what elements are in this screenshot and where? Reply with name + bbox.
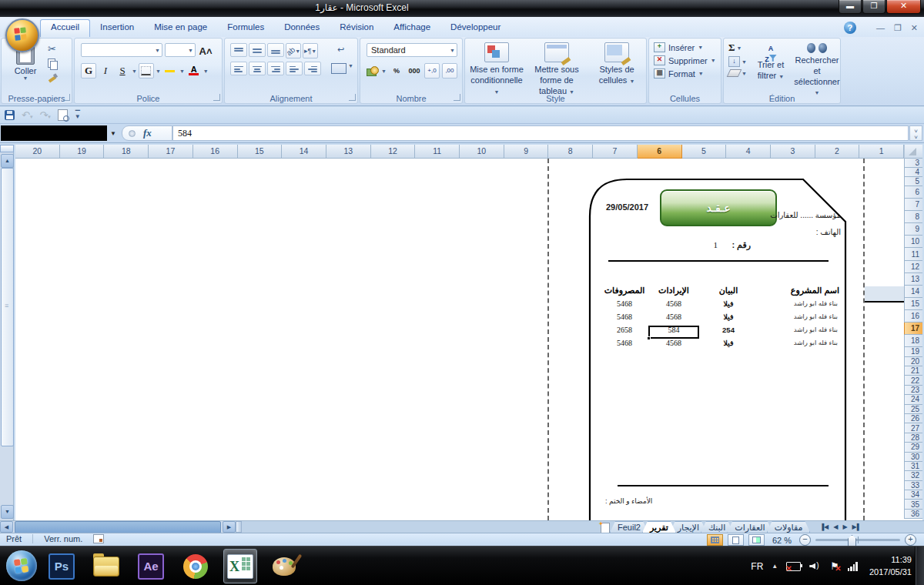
footer-text[interactable]: الأمضاء و الختم : [605,497,659,505]
doc-table-cell[interactable]: 4568 [648,339,699,352]
sheet-tab-مقاولات[interactable]: مقاولات [767,521,811,533]
row-header-34[interactable]: 34 [904,490,922,500]
row-header-29[interactable]: 29 [904,443,922,452]
wrap-text-icon[interactable]: ↩ [337,45,344,55]
help-icon[interactable]: ? [844,22,856,34]
sheet-tab-الإيجار[interactable]: الإيجار [670,521,707,533]
align-left-icon[interactable] [230,62,247,75]
copy-icon[interactable] [48,58,57,69]
underline-dropdown-icon[interactable]: ▼ [132,69,137,74]
fill-color-button[interactable] [162,63,178,79]
print-preview-icon[interactable] [58,109,68,121]
font-dialog-launcher-icon[interactable] [213,94,220,101]
accounting-format-icon[interactable] [367,66,379,76]
workbook-restore-icon[interactable]: ❐ [894,23,902,33]
hscroll-right-icon[interactable]: ▶ [223,521,236,533]
row-header-23[interactable]: 23 [904,386,922,395]
number-dialog-launcher-icon[interactable] [454,94,460,101]
column-header-14[interactable]: 14 [282,145,326,159]
minimize-button[interactable]: ▬ [839,0,862,14]
sort-filter-button[interactable]: AZ Trier et filtrer ▼ [748,40,793,82]
normal-view-button[interactable] [707,534,723,546]
contract-date[interactable]: 29/05/2017 [606,202,648,212]
delete-cells-button[interactable]: ✕Supprimer▼ [654,55,716,65]
volume-icon[interactable]: ) [809,562,822,571]
row-header-11[interactable]: 11 [904,248,922,260]
taskbar-chrome-button[interactable] [179,549,213,583]
scroll-down-icon[interactable]: ▼ [1,505,14,519]
tray-clock[interactable]: 11:39 2017/05/31 [869,554,912,579]
office-button[interactable] [5,18,39,52]
number-format-combo[interactable]: Standard▼ [367,43,457,57]
horizontal-scroll-thumb[interactable] [15,521,221,533]
start-button[interactable] [6,550,37,581]
column-header-10[interactable]: 10 [460,145,504,159]
column-header-13[interactable]: 13 [326,145,371,159]
zoom-in-button[interactable]: + [905,534,916,546]
language-indicator[interactable]: FR [751,561,763,572]
row-header-36[interactable]: 36 [904,510,922,519]
clear-button[interactable]: ▼ [728,69,747,77]
sheet-tab-Feuil2[interactable]: Feuil2 [610,521,648,533]
doc-table-cell[interactable]: بناء فله ابو راشد [758,339,841,352]
active-cell[interactable]: 584 [648,326,699,339]
row-header-7[interactable]: 7 [904,199,922,211]
row-header-28[interactable]: 28 [904,433,922,443]
ribbon-tab-Accueil[interactable]: Accueil [40,19,90,37]
row-header-16[interactable]: 16 [904,310,922,323]
format-as-table-button[interactable]: Mettre sous forme de tableau ▼ [528,40,585,96]
row-header-26[interactable]: 26 [904,414,922,423]
select-all-corner[interactable] [904,145,922,159]
next-sheet-icon[interactable]: ▶ [842,523,847,530]
column-header-20[interactable]: 20 [15,145,60,159]
close-button[interactable]: ✕ [886,0,921,14]
taskbar-photoshop-button[interactable]: Ps [45,549,79,583]
row-header-19[interactable]: 19 [904,347,922,356]
cut-icon[interactable]: ✂ [48,43,58,55]
column-header-12[interactable]: 12 [371,145,416,159]
zoom-slider-thumb[interactable] [848,535,856,547]
row-header-17[interactable]: 17 [904,323,922,335]
zoom-slider[interactable] [815,539,900,541]
row-header-14[interactable]: 14 [904,286,922,298]
clipboard-dialog-launcher-icon[interactable] [63,94,70,101]
column-header-11[interactable]: 11 [415,145,460,159]
align-middle-icon[interactable] [249,43,266,57]
ribbon-tab-Révision[interactable]: Révision [330,19,383,37]
name-box-dropdown-icon[interactable]: ▼ [107,125,119,141]
font-name-combo[interactable]: ▼ [81,43,162,57]
sheet-canvas[interactable]: 29/05/2017 عـقـد مؤسسة ...... للعقارات ا… [15,159,904,520]
grow-font-icon[interactable]: A˄ [198,43,213,58]
cell-styles-button[interactable]: Styles de cellules ▼ [588,40,645,96]
doc-table-cell[interactable]: بناء فله ابو راشد [758,313,841,326]
format-painter-icon[interactable] [48,72,58,82]
prev-sheet-icon[interactable]: ◀ [833,523,838,530]
row-header-27[interactable]: 27 [904,423,922,433]
show-desktop-button[interactable] [915,547,924,585]
ribbon-tab-Formules[interactable]: Formules [217,19,274,37]
comma-style-button[interactable]: 000 [407,63,422,79]
tab-splitter-handle[interactable] [236,521,242,533]
page-break-view-button[interactable] [748,534,765,546]
first-sheet-icon[interactable]: ▐◀ [819,523,829,530]
row-header-12[interactable]: 12 [904,261,922,273]
font-color-dropdown-icon[interactable]: ▼ [203,69,209,74]
ribbon-tab-Développeur[interactable]: Développeur [440,19,511,37]
save-icon[interactable] [5,110,15,120]
italic-button[interactable]: I [98,63,113,79]
doc-table-cell[interactable]: فيلا [699,299,758,313]
merge-dropdown-icon[interactable]: ▼ [348,63,353,74]
borders-dropdown-icon[interactable]: ▼ [156,69,161,74]
find-select-button[interactable]: Rechercher et sélectionner ▼ [793,40,841,98]
zoom-level[interactable]: 62 % [772,536,792,545]
row-header-24[interactable]: 24 [904,395,922,404]
doc-table-cell[interactable]: 2658 [601,326,648,339]
doc-table-cell[interactable]: بناء فله ابو راشد [758,299,841,313]
bold-button[interactable]: G [81,63,96,79]
align-top-icon[interactable] [230,43,247,57]
row-header-35[interactable]: 35 [904,500,922,509]
doc-table-cell[interactable]: فيلا [699,313,758,326]
restore-button[interactable]: ❐ [862,0,886,14]
row-header-30[interactable]: 30 [904,453,922,462]
column-header-4[interactable]: 4 [726,145,771,159]
